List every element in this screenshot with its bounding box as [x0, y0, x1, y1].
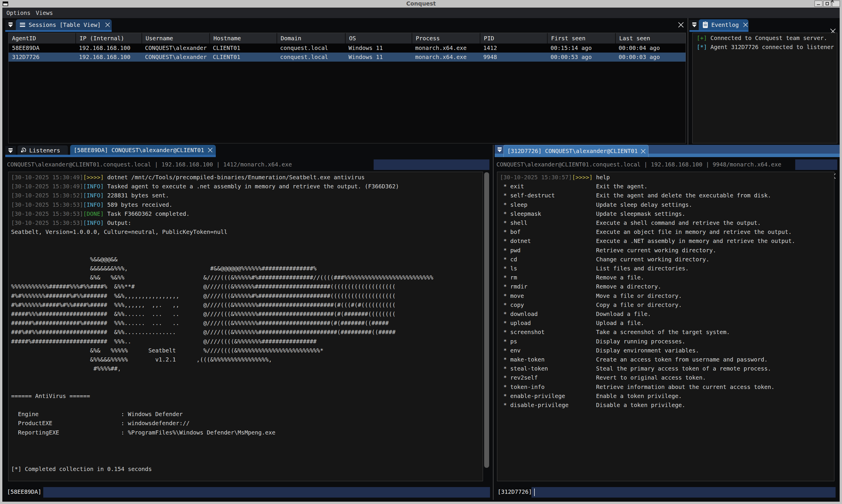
- session-row-58EE89DA[interactable]: 58EE89DA192.168.168.100CONQUEST\alexande…: [8, 43, 686, 53]
- menu-bar: Options Views: [2, 7, 840, 18]
- agent-tab-label: [312D7726] CONQUEST\alexander@CLIENT01: [507, 148, 638, 155]
- column-header[interactable]: AgentID: [8, 33, 75, 43]
- column-header[interactable]: IP (Internal): [75, 33, 141, 43]
- session-cell: 00:00:04 ago: [615, 43, 686, 53]
- sessions-list-icon: [20, 23, 25, 27]
- column-header[interactable]: Last seen: [615, 33, 686, 43]
- eventlog-tab-label: Eventlog: [711, 22, 739, 28]
- menu-options[interactable]: Options: [6, 10, 30, 16]
- agent-tab-close-icon[interactable]: [640, 148, 646, 154]
- window-title: Conquest: [0, 0, 842, 7]
- column-header[interactable]: Process: [412, 33, 480, 43]
- session-cell: 192.168.168.100: [75, 53, 141, 61]
- session-cell: 312D7726: [8, 53, 75, 61]
- title-bar: Conquest: [0, 0, 842, 7]
- column-header[interactable]: Domain: [277, 33, 345, 43]
- sessions-panel-close-icon[interactable]: [678, 22, 684, 28]
- eventlog-tab-close-icon[interactable]: [743, 22, 749, 28]
- sessions-table: AgentIDIP (Internal)UsernameHostnameDoma…: [8, 33, 686, 143]
- sessions-table-header: AgentIDIP (Internal)UsernameHostnameDoma…: [8, 33, 686, 43]
- left-console-command-input[interactable]: [43, 487, 490, 498]
- agent-tab-label: [58EE89DA] CONQUEST\alexander@CLIENT01: [74, 147, 204, 154]
- listeners-tab-label: Listeners: [29, 147, 60, 154]
- right-console-command-input[interactable]: [532, 487, 836, 498]
- conquest-window: Conquest Options Views Sessions [Table V…: [0, 0, 842, 504]
- left-console-search-input[interactable]: [374, 159, 489, 170]
- session-cell: 00:00:03 ago: [615, 53, 686, 61]
- panel-dropdown-icon: [692, 22, 697, 27]
- right-console-status: CONQUEST\alexander@CLIENT01.conquest.loc…: [496, 161, 781, 168]
- tab-sessions[interactable]: Sessions [Table View]: [16, 19, 112, 30]
- minimize-button[interactable]: [814, 1, 822, 7]
- left-console-output[interactable]: [30-10-2025 15:30:49][>>>>] dotnet /mnt/…: [8, 172, 483, 481]
- tab-agent-58EE89DA[interactable]: [58EE89DA] CONQUEST\alexander@CLIENT01: [70, 145, 216, 155]
- sessions-tab-underline: [5, 30, 112, 32]
- eventlog-panel-menu-button[interactable]: [689, 20, 699, 30]
- close-button[interactable]: [832, 1, 840, 7]
- session-cell: 00:15:14 ago: [547, 43, 615, 53]
- maximize-button[interactable]: [823, 1, 831, 7]
- panel-dropdown-icon: [497, 147, 502, 152]
- tab-listeners[interactable]: Listeners: [18, 145, 68, 155]
- right-console-menu-button[interactable]: [495, 146, 504, 154]
- sessions-panel-menu-button[interactable]: [5, 20, 16, 30]
- right-console-prompt-label: [312D7726]: [498, 488, 532, 495]
- panel-dropdown-icon: [8, 22, 13, 27]
- column-header[interactable]: OS: [345, 33, 412, 43]
- column-header[interactable]: PID: [480, 33, 547, 43]
- session-cell: 1412: [480, 43, 547, 53]
- tab-agent-312D7726[interactable]: [312D7726] CONQUEST\alexander@CLIENT01: [503, 145, 649, 157]
- left-console-status: CONQUEST\alexander@CLIENT01.conquest.loc…: [7, 161, 292, 168]
- eventlog-output: [+] Connected to Conquest team server. […: [692, 33, 837, 143]
- panel-dropdown-icon: [8, 148, 13, 153]
- bottom-panels-divider[interactable]: [493, 145, 494, 500]
- session-cell: Windows 11: [345, 43, 412, 53]
- session-cell: Windows 11: [345, 53, 412, 61]
- top-panels-divider[interactable]: [688, 18, 688, 145]
- session-cell: CONQUEST\alexander: [141, 43, 209, 53]
- session-cell: monarch.x64.exe: [412, 53, 480, 61]
- column-header[interactable]: Username: [141, 33, 209, 43]
- column-header[interactable]: Hostname: [209, 33, 277, 43]
- agent-tab-close-icon[interactable]: [208, 147, 213, 153]
- session-cell: CLIENT01: [209, 53, 277, 61]
- left-console-menu-button[interactable]: [5, 146, 16, 155]
- listeners-signal-icon: [20, 147, 26, 153]
- session-cell: CONQUEST\alexander: [141, 53, 209, 61]
- column-header[interactable]: First seen: [547, 33, 615, 43]
- session-cell: conquest.local: [277, 43, 345, 53]
- right-console-search-input[interactable]: [795, 159, 837, 170]
- eventlog-tab-underline: [689, 30, 749, 32]
- session-cell: 9948: [480, 53, 547, 61]
- session-cell: 192.168.168.100: [75, 43, 141, 53]
- session-cell: monarch.x64.exe: [412, 43, 480, 53]
- right-console-output[interactable]: [30-10-2025 15:30:57][>>>>] help * exit …: [497, 172, 835, 481]
- eventlog-clipboard-icon: [703, 22, 708, 28]
- workspace: Sessions [Table View] AgentIDIP (Interna…: [2, 18, 840, 502]
- session-cell: 00:00:53 ago: [547, 53, 615, 61]
- left-console-scrollbar[interactable]: [484, 172, 489, 468]
- left-console-tab-underline: [5, 155, 216, 157]
- session-cell: conquest.local: [277, 53, 345, 61]
- session-row-312D7726[interactable]: 312D7726192.168.168.100CONQUEST\alexande…: [8, 53, 686, 61]
- sessions-tab-close-icon[interactable]: [105, 22, 110, 28]
- sessions-tab-label: Sessions [Table View]: [29, 22, 101, 28]
- session-cell: 58EE89DA: [8, 43, 75, 53]
- session-cell: CLIENT01: [209, 43, 277, 53]
- menu-views[interactable]: Views: [36, 10, 53, 16]
- text-caret: [534, 488, 535, 496]
- left-console-prompt-label: [58EE89DA]: [7, 488, 41, 495]
- tab-eventlog[interactable]: Eventlog: [699, 19, 749, 30]
